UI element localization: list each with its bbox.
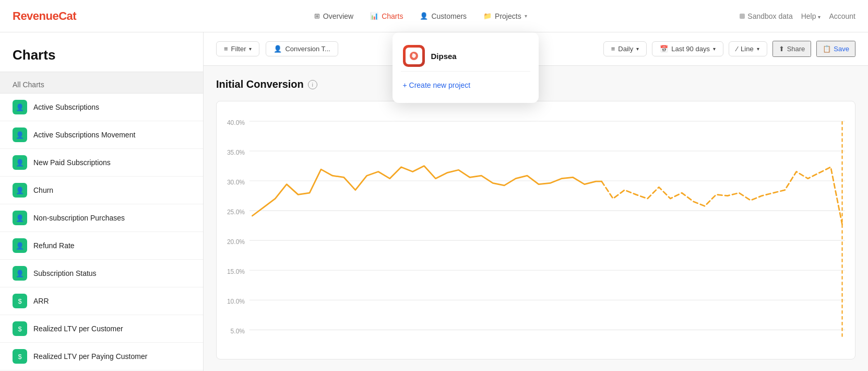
nav-projects-label: Projects (495, 12, 521, 20)
line-chart-icon: ∕ (736, 45, 738, 53)
churn-icon: 👤 (13, 183, 27, 198)
nav-charts[interactable]: 📊 Charts (363, 8, 410, 25)
sandbox-label: Sandbox data (747, 12, 792, 20)
sidebar-item-active-subscriptions-movement[interactable]: 👤 Active Subscriptions Movement (0, 121, 203, 149)
sidebar-item-arr[interactable]: $ ARR (0, 287, 203, 315)
svg-text:15.0%: 15.0% (227, 268, 245, 275)
nav-charts-label: Charts (382, 12, 403, 20)
sidebar-item-new-paid-subscriptions[interactable]: 👤 New Paid Subscriptions (0, 149, 203, 177)
overview-icon: ⊞ (314, 12, 320, 20)
header: RevenueCat ⊞ Overview 📊 Charts 👤 Custome… (0, 0, 868, 32)
projects-chevron-icon: ▾ (525, 13, 527, 19)
filter-chevron-icon: ▾ (249, 46, 252, 52)
active-subscriptions-icon: 👤 (13, 100, 27, 114)
help-label: Help (801, 12, 816, 20)
create-project-label: + Create new project (403, 81, 471, 89)
date-range-label: Last 90 days (671, 45, 710, 53)
svg-text:10.0%: 10.0% (227, 298, 245, 305)
projects-dropdown: Dipsea + Create new project (393, 32, 539, 103)
sidebar-title: Charts (0, 32, 203, 72)
sidebar-item-subscription-status[interactable]: 👤 Subscription Status (0, 260, 203, 287)
svg-text:20.0%: 20.0% (227, 238, 245, 246)
account-button[interactable]: Account (829, 12, 855, 20)
arr-icon: $ (13, 294, 27, 308)
help-chevron-icon: ▾ (818, 14, 821, 20)
save-button[interactable]: 📋 Save (816, 41, 855, 57)
conversion-button[interactable]: 👤 Conversion T... (266, 41, 338, 56)
svg-text:30.0%: 30.0% (227, 179, 245, 186)
subscription-status-label: Subscription Status (33, 269, 97, 277)
chart-container: 40.0% 35.0% 30.0% 25.0% 20.0% 15.0% 10.0… (216, 101, 855, 360)
filter-label: Filter (231, 45, 246, 53)
share-label: Share (787, 45, 805, 53)
project-item-dipsea[interactable]: Dipsea (401, 41, 530, 72)
help-button[interactable]: Help ▾ (801, 12, 821, 20)
info-icon[interactable]: i (308, 80, 317, 89)
svg-text:35.0%: 35.0% (227, 149, 245, 156)
line-chevron-icon: ▾ (757, 46, 759, 52)
nav-customers-label: Customers (431, 12, 467, 20)
main-nav: ⊞ Overview 📊 Charts 👤 Customers 📁 Projec… (101, 8, 740, 25)
new-paid-subscriptions-label: New Paid Subscriptions (33, 158, 111, 167)
dipsea-logo-icon (409, 51, 419, 61)
sidebar-item-churn[interactable]: 👤 Churn (0, 177, 203, 204)
non-subscription-label: Non-subscription Purchases (33, 214, 125, 222)
sidebar-item-active-subscriptions[interactable]: 👤 Active Subscriptions (0, 94, 203, 121)
realized-ltv-customer-icon: $ (13, 321, 27, 336)
sidebar-item-realized-ltv-paying[interactable]: $ Realized LTV per Paying Customer (0, 343, 203, 370)
sidebar-section-title: All Charts (0, 72, 203, 94)
share-button[interactable]: ⬆ Share (772, 41, 812, 57)
refund-rate-icon: 👤 (13, 238, 27, 253)
projects-icon: 📁 (483, 12, 492, 20)
churn-label: Churn (33, 186, 53, 194)
arr-label: ARR (33, 297, 49, 305)
logo[interactable]: RevenueCat (13, 9, 76, 23)
save-label: Save (834, 45, 849, 53)
share-icon: ⬆ (779, 45, 784, 53)
sidebar-item-non-subscription[interactable]: 👤 Non-subscription Purchases (0, 204, 203, 232)
sidebar-item-refund-rate[interactable]: 👤 Refund Rate (0, 232, 203, 260)
chart-title: Initial Conversion (216, 78, 304, 90)
realized-ltv-paying-label: Realized LTV per Paying Customer (33, 352, 147, 361)
filter-icon: ≡ (224, 45, 228, 53)
sandbox-dot-icon (740, 14, 745, 19)
filter-button[interactable]: ≡ Filter ▾ (216, 41, 259, 56)
active-subscriptions-movement-label: Active Subscriptions Movement (33, 131, 135, 139)
svg-text:40.0%: 40.0% (227, 119, 245, 126)
logo-text: RevenueCat (13, 9, 76, 23)
create-project-button[interactable]: + Create new project (401, 76, 530, 95)
dipsea-icon-inner (406, 48, 422, 64)
date-range-button[interactable]: 📅 Last 90 days ▾ (652, 41, 723, 56)
new-paid-subscriptions-icon: 👤 (13, 155, 27, 170)
chart-panel: Initial Conversion i 40.0% 35.0% 30.0% 2… (204, 66, 868, 371)
realized-ltv-customer-label: Realized LTV per Customer (33, 324, 123, 333)
conversion-label: Conversion T... (285, 45, 330, 53)
sandbox-badge[interactable]: Sandbox data (740, 12, 792, 20)
dipsea-project-icon (403, 45, 425, 67)
line-label: Line (741, 45, 754, 53)
daily-icon: ≡ (611, 45, 615, 53)
conversion-person-icon: 👤 (274, 45, 282, 53)
daily-label: Daily (618, 45, 633, 53)
calendar-icon: 📅 (660, 45, 668, 53)
nav-customers[interactable]: 👤 Customers (412, 8, 474, 25)
line-chart-button[interactable]: ∕ Line ▾ (729, 41, 767, 56)
nav-overview[interactable]: ⊞ Overview (307, 8, 361, 25)
customers-icon: 👤 (420, 12, 428, 20)
nav-right: Sandbox data Help ▾ Account (740, 12, 855, 20)
project-name: Dipsea (431, 52, 457, 61)
nav-projects[interactable]: 📁 Projects ▾ (476, 8, 534, 25)
sidebar-item-realized-ltv-customer[interactable]: $ Realized LTV per Customer (0, 315, 203, 343)
line-chart-svg: 40.0% 35.0% 30.0% 25.0% 20.0% 15.0% 10.0… (221, 110, 851, 351)
toolbar-right: ≡ Daily ▾ 📅 Last 90 days ▾ ∕ Line ▾ ⬆ Sh… (603, 41, 855, 57)
realized-ltv-paying-icon: $ (13, 349, 27, 364)
solid-line-series (252, 166, 601, 216)
daily-button[interactable]: ≡ Daily ▾ (603, 41, 647, 56)
svg-text:5.0%: 5.0% (231, 328, 245, 335)
non-subscription-icon: 👤 (13, 211, 27, 225)
svg-text:25.0%: 25.0% (227, 208, 245, 216)
dashed-line-series (602, 167, 842, 225)
charts-icon: 📊 (370, 12, 378, 20)
date-range-chevron-icon: ▾ (713, 46, 716, 52)
subscription-status-icon: 👤 (13, 266, 27, 281)
